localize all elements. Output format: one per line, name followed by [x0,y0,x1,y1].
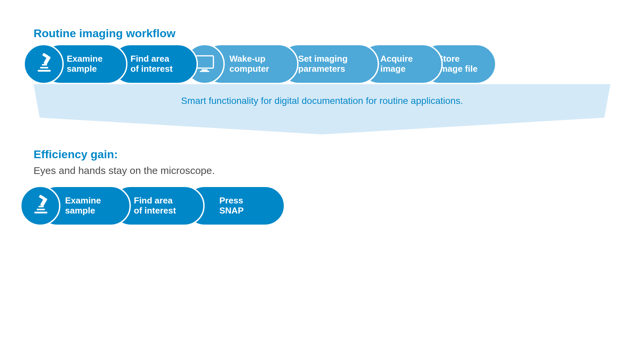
workflow-step-label: Find area of interest [134,196,176,216]
microscope-icon [20,186,60,226]
routine-workflow-title: Routine imaging workflow [34,27,631,40]
efficiency-section: Efficiency gain: Eyes and hands stay on … [13,148,631,226]
workflow-step-label: Wake-up computer [229,54,269,74]
workflow-step-label: Set imaging parameters [298,54,347,74]
routine-workflow-section: Routine imaging workflow Store image fil… [13,27,631,134]
callout-text: Smart functionality for digital document… [181,96,463,106]
microscope-icon [23,44,64,84]
efficiency-title: Efficiency gain: [34,148,631,161]
workflow-step-label: Examine sample [67,54,103,74]
routine-workflow-steps: Store image fileAcquire imageSet imaging… [13,44,631,84]
workflow-step-label: Press SNAP [219,196,244,216]
workflow-step-label: Examine sample [65,196,101,216]
workflow-step-label: Store image file [437,54,478,74]
workflow-step-label: Find area of interest [130,54,173,74]
svg-marker-0 [34,84,610,134]
callout-banner: Smart functionality for digital document… [34,84,610,134]
efficiency-subtitle: Eyes and hands stay on the microscope. [34,165,631,176]
efficiency-steps: Press SNAPFind area of interestExamine s… [13,186,631,226]
workflow-step-label: Acquire image [380,54,413,74]
